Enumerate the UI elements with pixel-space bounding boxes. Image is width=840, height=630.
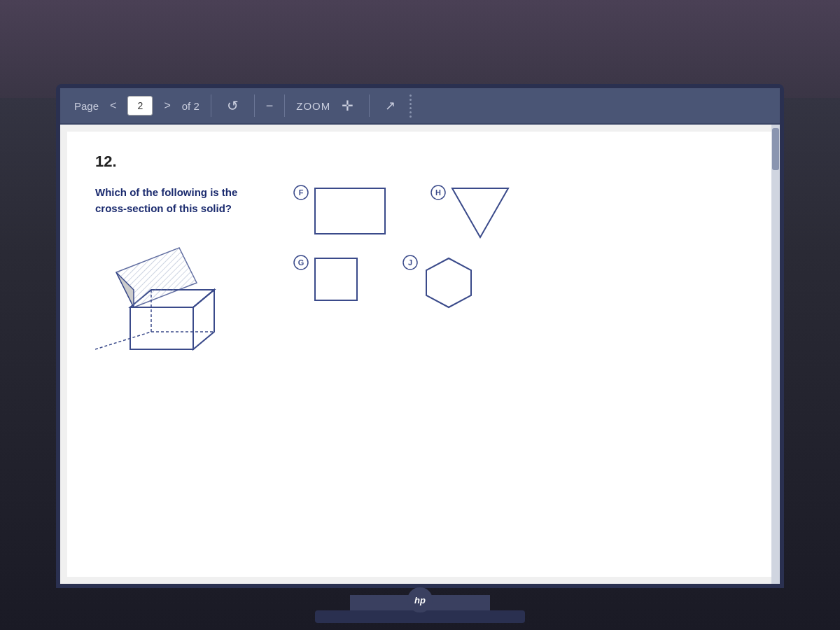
option-g-label: G <box>293 255 306 272</box>
option-f-circle: F <box>293 185 309 200</box>
hp-logo-text: hp <box>414 595 426 606</box>
question-line-2: cross-section of this solid? <box>95 202 232 214</box>
scrollbar[interactable] <box>771 125 780 584</box>
plus-icon: ✛ <box>342 98 354 113</box>
toolbar: Page < 2 > of 2 ↺ − ZOOM ✛ ↗ <box>60 88 780 125</box>
expand-button[interactable]: ↗ <box>381 95 400 116</box>
question-line-1: Which of the following is the <box>95 186 237 198</box>
option-h-label: H <box>430 185 443 202</box>
svg-marker-0 <box>130 307 193 349</box>
svg-rect-17 <box>315 258 357 300</box>
scroll-thumb[interactable] <box>772 128 779 170</box>
separator-3 <box>284 94 285 117</box>
of-pages-text: of 2 <box>182 100 200 112</box>
right-dots-toolbar <box>410 94 412 118</box>
option-g-circle: G <box>293 255 309 270</box>
svg-marker-14 <box>452 188 508 237</box>
question-text: Which of the following is the cross-sect… <box>95 185 237 216</box>
separator-4 <box>369 94 370 117</box>
question-row: Which of the following is the cross-sect… <box>95 185 745 370</box>
hp-logo: hp <box>407 587 433 612</box>
bg-top-area <box>0 0 840 98</box>
svg-marker-20 <box>426 258 471 307</box>
svg-line-6 <box>95 332 151 349</box>
svg-text:J: J <box>408 258 412 267</box>
svg-text:G: G <box>298 258 304 267</box>
question-text-area: Which of the following is the cross-sect… <box>95 185 237 370</box>
worksheet: 12. Which of the following is the cross-… <box>67 132 773 577</box>
option-h-circle: H <box>430 185 446 200</box>
expand-icon: ↗ <box>385 99 396 113</box>
option-j-label: J <box>402 255 415 272</box>
prev-page-button[interactable]: < <box>106 97 120 115</box>
content-area: 12. Which of the following is the cross-… <box>60 125 780 584</box>
svg-rect-11 <box>315 188 385 234</box>
monitor-frame: Page < 2 > of 2 ↺ − ZOOM ✛ ↗ <box>56 84 784 588</box>
zoom-minus-icon: − <box>266 99 274 113</box>
option-j-shape <box>421 255 477 311</box>
option-j: J <box>402 255 477 311</box>
next-page-button[interactable]: > <box>160 97 174 115</box>
answer-options: F H <box>293 185 512 311</box>
zoom-in-button[interactable]: ✛ <box>337 94 358 117</box>
3d-box-illustration <box>95 230 235 370</box>
option-g: G <box>293 255 360 304</box>
option-h: H <box>430 185 512 241</box>
option-j-circle: J <box>402 255 418 270</box>
option-h-shape <box>449 185 512 241</box>
box-svg <box>95 230 235 363</box>
answer-row-2: G J <box>293 255 512 311</box>
current-page-value: 2 <box>137 100 143 111</box>
answer-row-1: F H <box>293 185 512 241</box>
option-f-label: F <box>293 185 306 202</box>
option-f: F <box>293 185 388 237</box>
option-g-shape <box>312 255 360 304</box>
page-number-display: 2 <box>127 96 153 115</box>
svg-text:H: H <box>435 188 441 197</box>
separator-2 <box>254 94 255 117</box>
reload-button[interactable]: ↺ <box>223 94 243 117</box>
reload-icon: ↺ <box>227 98 239 113</box>
option-f-shape <box>312 185 388 237</box>
zoom-label: ZOOM <box>296 100 330 112</box>
question-number: 12. <box>95 153 745 171</box>
svg-marker-3 <box>116 248 197 307</box>
svg-text:F: F <box>299 188 304 197</box>
page-label: Page <box>74 100 99 112</box>
separator-1 <box>211 94 211 117</box>
